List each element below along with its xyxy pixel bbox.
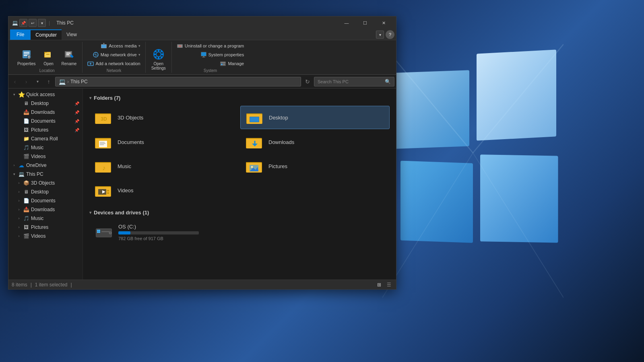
minimize-button[interactable]: — <box>337 16 356 29</box>
system-properties-icon <box>200 51 207 58</box>
sidebar-item-documents-pc[interactable]: › 📄 Documents <box>8 196 83 205</box>
svg-rect-0 <box>393 70 469 149</box>
ribbon-manage[interactable]: Manage <box>218 60 246 68</box>
drive-c[interactable]: OS (C:) 782 GB free of 917 GB <box>89 220 390 244</box>
maximize-button[interactable]: ☐ <box>356 16 374 29</box>
ribbon-map-drive[interactable]: Map network drive ▾ <box>91 51 142 59</box>
documents-icon: 📄 <box>23 118 29 124</box>
help-button[interactable]: ? <box>386 30 394 39</box>
status-separator2: | <box>71 282 72 288</box>
ribbon-group-location: Properties Open <box>12 42 83 73</box>
folder-3d-objects[interactable]: 3D 3D Objects <box>89 106 239 129</box>
sidebar-videos-pc-label: Videos <box>31 233 45 239</box>
title-bar-controls: — ☐ ✕ <box>337 16 393 29</box>
sidebar-item-music-pc[interactable]: › 🎵 Music <box>8 214 83 223</box>
address-pc-icon: 💻 <box>59 78 66 85</box>
sidebar-item-this-pc[interactable]: ▾ 💻 This PC <box>8 170 83 179</box>
downloads-icon: 📥 <box>23 109 29 115</box>
location-group-label: Location <box>39 68 55 73</box>
close-button[interactable]: ✕ <box>374 16 393 29</box>
folder-downloads[interactable]: Downloads <box>240 131 390 153</box>
sidebar-item-camera-roll[interactable]: 📁 Camera Roll <box>8 134 83 143</box>
svg-rect-52 <box>221 62 225 63</box>
sidebar-item-3d-objects-pc[interactable]: › 📦 3D Objects <box>8 179 83 187</box>
videos-icon: 🎬 <box>23 153 29 160</box>
star-icon: ⭐ <box>18 91 25 98</box>
sidebar-item-pictures-qa[interactable]: 🖼 Pictures 📌 <box>8 125 83 134</box>
ribbon-system-properties[interactable]: System properties <box>199 51 246 59</box>
access-media-label2: media <box>125 43 137 48</box>
ribbon-add-location[interactable]: Add a network location <box>86 60 142 68</box>
sidebar-this-pc-label: This PC <box>26 171 43 177</box>
folders-section-header[interactable]: ▾ Folders (7) <box>89 95 390 101</box>
view-details-button[interactable]: ☰ <box>385 281 393 289</box>
svg-rect-49 <box>203 56 204 57</box>
undo-button[interactable]: ↩ <box>29 19 37 27</box>
ribbon-open[interactable]: Open <box>40 46 58 68</box>
tab-view[interactable]: View <box>62 29 82 40</box>
tab-file[interactable]: File <box>10 29 31 40</box>
svg-rect-69 <box>100 142 105 143</box>
videos-pc-toggle: › <box>17 234 21 239</box>
refresh-button[interactable]: ↻ <box>303 77 312 86</box>
view-tiles-button[interactable]: ⊞ <box>375 281 383 289</box>
open-label: Open <box>43 62 53 66</box>
recent-button[interactable]: ▾ <box>33 77 42 86</box>
folder-pictures[interactable]: Pictures <box>240 155 390 177</box>
desktop-folder-icon <box>246 109 265 125</box>
ribbon-access-media[interactable]: Access media ▾ <box>99 42 142 50</box>
search-box[interactable]: Search This PC 🔍 <box>314 77 394 86</box>
properties-icon <box>20 48 33 61</box>
forward-button[interactable]: › <box>21 77 31 86</box>
address-path: This PC <box>70 79 88 84</box>
address-input[interactable]: 💻 › This PC <box>55 77 301 86</box>
add-location-icon <box>87 60 94 67</box>
sidebar-item-quick-access[interactable]: ▾ ⭐ Quick access <box>8 90 83 99</box>
ribbon-rename[interactable]: Rename <box>59 46 79 68</box>
svg-rect-55 <box>223 65 225 66</box>
sidebar-item-downloads-pc[interactable]: › 📥 Downloads <box>8 205 83 214</box>
folder-desktop[interactable]: Desktop <box>240 106 390 129</box>
sidebar-desktop-label: Desktop <box>31 101 49 106</box>
back-button[interactable]: ‹ <box>10 77 20 86</box>
sidebar-item-documents-qa[interactable]: 📄 Documents 📌 <box>8 117 83 125</box>
file-area: ▾ Folders (7) 3D 3D Objects <box>83 88 396 280</box>
music-folder-icon: ♪ <box>94 158 114 174</box>
sidebar-music-label: Music <box>31 145 43 150</box>
sidebar-item-videos-qa[interactable]: 🎬 Videos <box>8 152 83 161</box>
dropdown-button[interactable]: ▾ <box>38 19 46 27</box>
sidebar-item-music-qa[interactable]: 🎵 Music <box>8 143 83 152</box>
devices-section-header[interactable]: ▾ Devices and drives (1) <box>89 210 390 216</box>
folder-documents[interactable]: Documents <box>89 131 239 153</box>
ribbon-uninstall[interactable]: Uninstall or change a program <box>175 42 246 50</box>
ribbon-tabs: File Computer View ▾ ? <box>8 29 396 40</box>
rename-label: Rename <box>62 62 77 66</box>
sidebar-item-desktop-qa[interactable]: 🖥 Desktop 📌 <box>8 99 83 108</box>
devices-toggle-icon: ▾ <box>89 210 91 215</box>
explorer-window: 💻 📌 ↩ ▾ | This PC — ☐ ✕ File Computer Vi… <box>8 16 396 290</box>
sidebar-item-videos-pc[interactable]: › 🎬 Videos <box>8 232 83 241</box>
svg-rect-99 <box>97 231 99 233</box>
ribbon-properties[interactable]: Properties <box>15 46 38 68</box>
documents-pin-icon: 📌 <box>74 119 79 123</box>
up-button[interactable]: ↑ <box>44 77 54 86</box>
sidebar-item-onedrive[interactable]: › ☁ OneDrive <box>8 161 83 170</box>
ribbon-group-system: Uninstall or change a program System pro… <box>172 42 249 73</box>
sidebar-item-downloads-qa[interactable]: 📥 Downloads 📌 <box>8 108 83 117</box>
tab-computer[interactable]: Computer <box>31 29 62 40</box>
ribbon-open-settings[interactable]: OpenSettings <box>149 46 168 72</box>
sidebar-item-desktop-pc[interactable]: › 🖥 Desktop <box>8 187 83 196</box>
folder-music[interactable]: ♪ Music <box>89 155 239 177</box>
svg-rect-2 <box>400 161 473 243</box>
svg-rect-64 <box>250 117 259 122</box>
sidebar-onedrive-label: OneDrive <box>26 162 47 168</box>
this-pc-toggle: ▾ <box>12 172 17 177</box>
sidebar-item-pictures-pc[interactable]: › 🖼 Pictures <box>8 223 83 232</box>
folder-videos[interactable]: Videos <box>89 179 239 202</box>
pin-button[interactable]: 📌 <box>19 19 27 27</box>
3d-objects-label: 3D Objects <box>118 115 143 121</box>
svg-rect-11 <box>24 55 27 56</box>
downloads-folder-icon <box>245 134 264 150</box>
ribbon-body: Properties Open <box>8 40 396 74</box>
ribbon-expand-button[interactable]: ▾ <box>376 31 384 39</box>
